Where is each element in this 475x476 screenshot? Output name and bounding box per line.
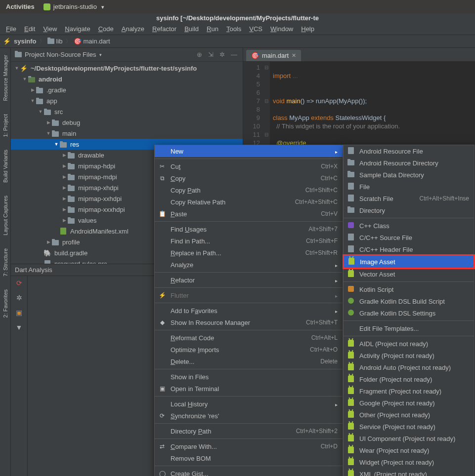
menu-item-edit-file-templates-[interactable]: Edit File Templates... <box>344 322 474 334</box>
menu-file[interactable]: File <box>3 24 19 34</box>
tree-node[interactable]: ▼src <box>11 106 243 117</box>
menu-item-android-auto-project-not-ready-[interactable]: Android Auto (Project not ready) <box>344 361 474 373</box>
menu-item-replace-in-path-[interactable]: Replace in Path...Ctrl+Shift+R <box>155 247 343 259</box>
tool-window-2-favorites[interactable]: 2: Favorites <box>2 286 8 320</box>
menu-item-gradle-kotlin-dsl-settings[interactable]: Gradle Kotlin DSL Settings <box>344 307 474 319</box>
menu-run[interactable]: Run <box>204 24 221 34</box>
menu-edit[interactable]: Edit <box>21 24 38 34</box>
app-indicator[interactable]: jetbrains-studio <box>43 3 104 10</box>
menu-refactor[interactable]: Refactor <box>149 24 179 34</box>
folder-icon <box>52 120 59 126</box>
menu-analyze[interactable]: Analyze <box>119 24 147 34</box>
menu-item-remove-bom[interactable]: Remove BOM <box>155 452 343 464</box>
tool-window-resource-manager[interactable]: Resource Manager <box>2 52 8 104</box>
menu-item-find-in-path-[interactable]: Find in Path...Ctrl+Shift+F <box>155 235 343 247</box>
tool-window-7-structure[interactable]: 7: Structure <box>2 245 8 279</box>
menu-code[interactable]: Code <box>95 24 117 34</box>
crumb-file[interactable]: 🎯 main.dart <box>74 38 110 45</box>
tool-window-1-project[interactable]: 1: Project <box>2 111 8 140</box>
filter-icon-2[interactable]: ▼ <box>15 323 23 331</box>
android-icon <box>348 258 354 265</box>
menu-item-paste[interactable]: 📋PasteCtrl+V <box>155 208 343 220</box>
editor-tab-main[interactable]: 🎯 main.dart ✕ <box>246 50 301 61</box>
crumb-project[interactable]: sysinfo <box>14 38 37 45</box>
menu-item-activity-project-not-ready-[interactable]: Activity (Project not ready) <box>344 350 474 361</box>
menu-item-show-in-files[interactable]: Show in Files <box>155 371 343 383</box>
settings-icon[interactable]: ✲ <box>15 294 23 302</box>
flutter-icon: ⚡ <box>3 38 11 45</box>
menu-item-local-history[interactable]: Local History <box>155 398 343 410</box>
refresh-icon[interactable]: ⟳ <box>15 279 23 287</box>
locate-icon[interactable]: ⊕ <box>195 51 204 58</box>
menu-item-widget-project-not-ready-[interactable]: Widget (Project not ready) <box>344 456 474 468</box>
menu-item-scratch-file[interactable]: Scratch FileCtrl+Alt+Shift+Inse <box>344 193 474 204</box>
menu-item-file[interactable]: File <box>344 181 474 193</box>
menu-navigate[interactable]: Navigate <box>62 24 93 34</box>
menu-item-c-c-header-file[interactable]: C/C++ Header File <box>344 243 474 255</box>
menu-item-copy[interactable]: ⧉CopyCtrl+C <box>155 172 343 184</box>
activities-label[interactable]: Activities <box>6 3 35 10</box>
filter-icon-1[interactable]: ▣ <box>15 309 23 317</box>
menu-help[interactable]: Help <box>298 24 317 34</box>
menu-item-show-in-resource-manager[interactable]: ◆Show In Resource ManagerCtrl+Shift+T <box>155 317 343 328</box>
menu-item-c-c-source-file[interactable]: C/C++ Source File <box>344 232 474 243</box>
tree-node[interactable]: ▶.gradle <box>11 84 243 95</box>
menu-vcs[interactable]: VCS <box>246 24 265 34</box>
menu-item-optimize-imports[interactable]: Optimize ImportsCtrl+Alt+O <box>155 344 343 356</box>
menu-item-kotlin-script[interactable]: Kotlin Script <box>344 283 474 295</box>
menu-item-delete-[interactable]: Delete...Delete <box>155 356 343 367</box>
menu-item-reformat-code[interactable]: Reformat CodeCtrl+Alt+L <box>155 332 343 344</box>
menu-item-new[interactable]: New <box>155 145 343 157</box>
menu-item-sample-data-directory[interactable]: Sample Data Directory <box>344 169 474 181</box>
menu-item-flutter[interactable]: ⚡Flutter <box>155 289 343 301</box>
tree-node[interactable]: ▼⚡~/Desktop/development/MyProjects/flutt… <box>11 63 243 74</box>
menu-build[interactable]: Build <box>181 24 202 34</box>
minimize-icon[interactable]: — <box>229 51 239 58</box>
context-menu-main[interactable]: New✂CutCtrl+X⧉CopyCtrl+CCopy PathCtrl+Sh… <box>154 145 343 476</box>
project-view-selector[interactable]: Project Non-Source Files ▾ <box>15 51 192 58</box>
menu-item-find-usages[interactable]: Find UsagesAlt+Shift+7 <box>155 223 343 235</box>
menu-view[interactable]: View <box>40 24 60 34</box>
menu-item-create-gist-[interactable]: ◯Create Gist... <box>155 468 343 476</box>
folder-icon <box>52 131 59 137</box>
menu-item-android-resource-file[interactable]: Android Resource File <box>344 145 474 157</box>
menu-item-gradle-kotlin-dsl-build-script[interactable]: Gradle Kotlin DSL Build Script <box>344 295 474 307</box>
menu-item-synchronize-res-[interactable]: ⟳Synchronize 'res' <box>155 410 343 422</box>
menu-item-xml-project-not-ready-[interactable]: XML (Project not ready) <box>344 468 474 476</box>
tool-window-layout-captures[interactable]: Layout Captures <box>2 193 8 238</box>
menu-item-refactor[interactable]: Refactor <box>155 274 343 286</box>
menu-item-copy-relative-path[interactable]: Copy Relative PathCtrl+Alt+Shift+C <box>155 196 343 208</box>
tree-node[interactable]: ▼android <box>11 74 243 84</box>
menu-item-android-resource-directory[interactable]: Android Resource Directory <box>344 157 474 169</box>
menu-item-copy-path[interactable]: Copy PathCtrl+Shift+C <box>155 184 343 196</box>
menu-item-google-project-not-ready-[interactable]: Google (Project not ready) <box>344 397 474 409</box>
menu-item-compare-with-[interactable]: ⇄Compare With...Ctrl+D <box>155 440 343 452</box>
menu-item-other-project-not-ready-[interactable]: Other (Project not ready) <box>344 409 474 421</box>
close-tab-icon[interactable]: ✕ <box>292 52 296 59</box>
tree-node[interactable]: ▶debug <box>11 117 243 128</box>
menu-item-add-to-favorites[interactable]: Add to Favorites <box>155 305 343 317</box>
tool-window-build-variants[interactable]: Build Variants <box>2 147 8 186</box>
expand-icon[interactable]: ⇲ <box>207 51 215 58</box>
menu-item-directory[interactable]: Directory <box>344 204 474 216</box>
tree-node[interactable]: ▼main <box>11 128 243 139</box>
menu-item-fragment-project-not-ready-[interactable]: Fragment (Project not ready) <box>344 385 474 397</box>
menu-item-ui-component-project-not-ready-[interactable]: UI Component (Project not ready) <box>344 433 474 444</box>
gear-icon[interactable]: ✲ <box>218 51 226 58</box>
menu-item-directory-path[interactable]: Directory PathCtrl+Alt+Shift+2 <box>155 425 343 437</box>
menu-item-service-project-not-ready-[interactable]: Service (Project not ready) <box>344 421 474 433</box>
menu-item-image-asset[interactable]: Image Asset <box>343 254 475 269</box>
menu-item-open-in-terminal[interactable]: ▣Open in Terminal <box>155 383 343 395</box>
tree-node[interactable]: ▼app <box>11 95 243 106</box>
menu-item-c-class[interactable]: C++ Class <box>344 220 474 232</box>
menu-item-folder-project-not-ready-[interactable]: Folder (Project not ready) <box>344 373 474 385</box>
menu-item-cut[interactable]: ✂CutCtrl+X <box>155 160 343 172</box>
menu-tools[interactable]: Tools <box>223 24 244 34</box>
menu-item-aidl-project-not-ready-[interactable]: AIDL (Project not ready) <box>344 338 474 350</box>
crumb-folder[interactable]: lib <box>47 38 63 45</box>
menu-item-wear-project-not-ready-[interactable]: Wear (Project not ready) <box>344 444 474 456</box>
menu-window[interactable]: Window <box>267 24 296 34</box>
menu-item-vector-asset[interactable]: Vector Asset <box>344 268 474 280</box>
context-menu-new[interactable]: Android Resource FileAndroid Resource Di… <box>343 145 475 476</box>
menu-item-analyze[interactable]: Analyze <box>155 259 343 271</box>
